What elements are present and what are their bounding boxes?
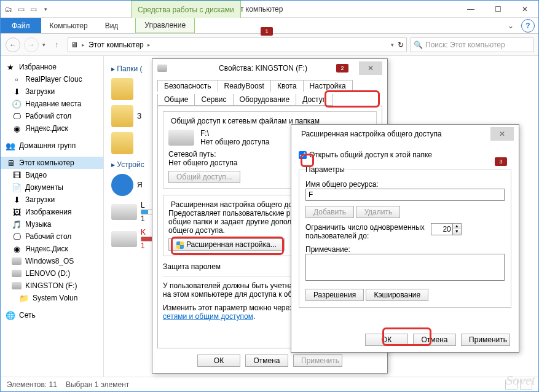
search-placeholder: Поиск: Этот компьютер — [425, 41, 505, 49]
add-button[interactable]: Добавить — [305, 206, 354, 218]
status-selected: Выбран 1 элемент — [66, 380, 129, 389]
advanced-sharing-button[interactable]: Расширенная настройка... — [168, 238, 285, 251]
network-icon: 🌐 — [6, 310, 15, 320]
cancel-button[interactable]: Отмена — [245, 355, 288, 367]
view-details-icon[interactable] — [505, 380, 517, 390]
back-button[interactable]: ← — [6, 37, 20, 52]
desktop-icon: 🖵 — [12, 111, 22, 121]
addr-dropdown-icon[interactable]: ▾ — [391, 42, 394, 48]
folder-icon — [111, 105, 133, 127]
caching-button[interactable]: Кэширование — [366, 289, 428, 301]
titlebar: 🗂 ▭ ▭ ▾ Средства работы с дисками Этот к… — [1, 1, 538, 18]
note-textarea[interactable] — [305, 254, 505, 281]
share-button[interactable]: Общий доступ... — [168, 171, 240, 183]
nav-fav-item[interactable]: ◉Яндекс.Диск — [1, 122, 103, 135]
nav-fav-item[interactable]: ▫RealPlayer Clouc — [1, 73, 103, 85]
ribbon-expand-icon[interactable]: ⌄ — [504, 18, 517, 33]
qat-properties-icon[interactable]: ▭ — [15, 4, 26, 15]
remove-button[interactable]: Удалить — [356, 206, 400, 218]
tab-customize[interactable]: Настройка — [303, 80, 353, 92]
network-center-link[interactable]: сетями и общим доступом — [163, 312, 253, 321]
folder-icon — [111, 132, 133, 154]
help-button[interactable]: ? — [521, 19, 535, 33]
crumb-sep-icon: ▸ — [148, 42, 151, 48]
nav-pc-item[interactable]: 🖼Изображения — [1, 206, 103, 218]
nav-fav-item[interactable]: ⬇Загрузки — [1, 85, 103, 98]
folder-item[interactable]: З — [111, 105, 141, 127]
close-button[interactable]: ✕ — [511, 2, 538, 16]
spin-down-icon[interactable]: ▼ — [453, 229, 461, 235]
nav-pc-item[interactable]: 🎞Видео — [1, 169, 103, 181]
tab-sharing[interactable]: Доступ — [296, 94, 333, 106]
close-button[interactable]: ✕ — [490, 127, 514, 141]
permissions-button[interactable]: Разрешения — [305, 289, 364, 301]
apply-button[interactable]: Применить — [461, 334, 510, 346]
window-controls: — ☐ ✕ — [457, 2, 538, 16]
annotation-badge-3: 3 — [495, 157, 507, 166]
tab-general[interactable]: Общие — [157, 94, 195, 106]
tab-view[interactable]: Вид — [96, 18, 127, 33]
tab-manage[interactable]: Управление — [135, 18, 195, 33]
tab-computer[interactable]: Компьютер — [41, 18, 96, 33]
dialog-title: Свойства: KINGSTON (F:) — [172, 64, 354, 73]
statusbar: Элементов: 11 Выбран 1 элемент — [1, 377, 538, 391]
nav-pc-item[interactable]: KINGSTON (F:) — [1, 280, 103, 292]
nav-network[interactable]: 🌐Сеть — [1, 309, 103, 321]
folder-item[interactable] — [111, 132, 133, 154]
tab-file[interactable]: Файл — [1, 18, 41, 33]
forward-button[interactable]: → — [24, 37, 39, 52]
nav-favorites[interactable]: ★Избранное — [1, 61, 103, 73]
drive-item[interactable]: Я — [111, 174, 143, 196]
spin-up-icon[interactable]: ▲ — [453, 224, 461, 229]
ok-button[interactable]: ОК — [197, 355, 240, 367]
nav-pc-item[interactable]: ◉Яндекс.Диск — [1, 243, 103, 255]
folder-icon: ▫ — [12, 74, 22, 84]
checkbox-icon[interactable] — [299, 151, 307, 159]
tabs-row-bottom: Общие Сервис Оборудование Доступ — [152, 92, 387, 106]
context-tools-caption: Средства работы с дисками — [131, 1, 241, 18]
nav-fav-item[interactable]: 🕘Недавние места — [1, 98, 103, 110]
maximize-button[interactable]: ☐ — [484, 2, 511, 16]
history-dropdown-icon[interactable]: ▾ — [42, 42, 45, 48]
view-icons-icon[interactable] — [520, 380, 532, 390]
drive-icon — [168, 130, 194, 146]
up-button[interactable]: ↑ — [49, 37, 64, 52]
ok-button[interactable]: ОК — [365, 334, 408, 346]
nav-pc-item[interactable]: 🖵Рабочий стол — [1, 230, 103, 243]
close-button[interactable]: ✕ — [359, 61, 382, 75]
nav-pc-subitem[interactable]: 📁System Volun — [1, 292, 103, 304]
minimize-button[interactable]: — — [457, 2, 484, 16]
open-share-checkbox[interactable]: Открыть общий доступ к этой папке — [299, 151, 511, 159]
disk-icon: ◉ — [12, 123, 22, 133]
apply-button[interactable]: Применить — [293, 355, 342, 367]
share-name-input[interactable] — [305, 189, 505, 201]
qat-expand-icon[interactable]: ▾ — [40, 4, 51, 15]
refresh-icon[interactable]: ↻ — [398, 41, 404, 49]
params-group: Параметры Имя общего ресурса: Добавить У… — [299, 165, 511, 308]
tab-tools[interactable]: Сервис — [194, 94, 233, 106]
tab-security[interactable]: Безопасность — [157, 80, 218, 92]
cancel-button[interactable]: Отмена — [413, 334, 456, 346]
breadcrumb[interactable]: Этот компьютер — [89, 41, 144, 49]
limit-spinner[interactable]: ▲▼ — [431, 223, 462, 235]
search-input[interactable]: 🔍 Поиск: Этот компьютер — [411, 37, 533, 52]
tab-quota[interactable]: Квота — [270, 80, 304, 92]
address-field[interactable]: 🖥 ▸ Этот компьютер ▸ ▾ ↻ — [68, 37, 407, 52]
computer-icon: 🖥 — [71, 41, 78, 49]
drive-icon — [111, 231, 137, 247]
limit-input[interactable] — [431, 224, 452, 235]
tab-readyboost[interactable]: ReadyBoost — [218, 80, 271, 92]
folder-item[interactable] — [111, 78, 133, 100]
nav-pc-item[interactable]: LENOVO (D:) — [1, 267, 103, 280]
nav-pc-item[interactable]: 📄Документы — [1, 181, 103, 194]
nav-pc-item[interactable]: 🎵Музыка — [1, 218, 103, 230]
nav-pc-item[interactable]: ⬇Загрузки — [1, 194, 103, 206]
nav-pc-item[interactable]: Windows8_OS — [1, 255, 103, 267]
drive-icon — [12, 282, 22, 289]
computer-icon: 🖥 — [6, 158, 15, 168]
qat-newfolder-icon[interactable]: ▭ — [28, 4, 39, 15]
nav-fav-item[interactable]: 🖵Рабочий стол — [1, 110, 103, 122]
nav-thispc[interactable]: 🖥Этот компьютер — [1, 157, 103, 169]
nav-homegroup[interactable]: 👥Домашняя групп — [1, 139, 103, 152]
tab-hardware[interactable]: Оборудование — [233, 94, 297, 106]
